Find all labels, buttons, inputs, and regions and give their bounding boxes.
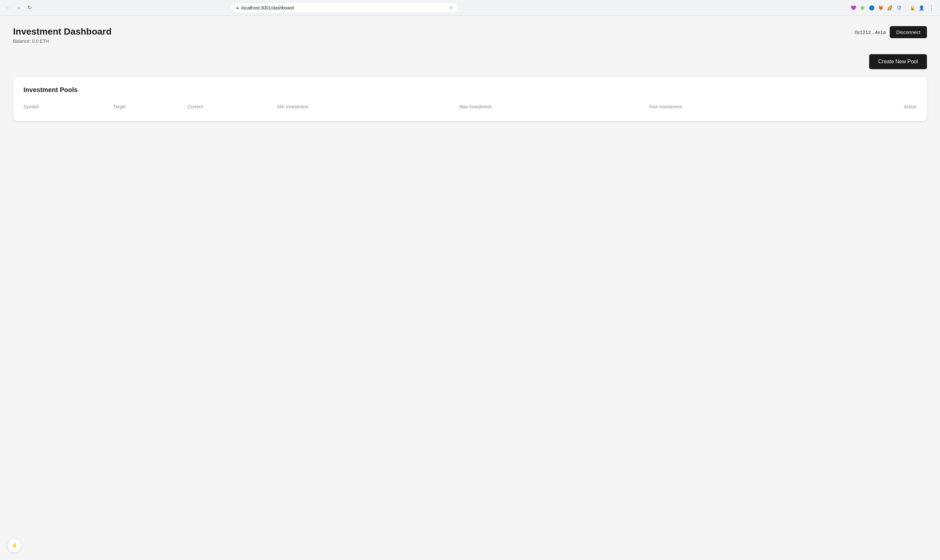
pools-table-header: Symbol Target Current Min Investment Max… xyxy=(23,102,917,112)
bookmark-icon[interactable]: ☆ xyxy=(449,5,453,11)
wallet-address: 0x1212...4e1a xyxy=(855,29,886,35)
divider xyxy=(906,5,906,11)
ext-lock-icon[interactable]: 🔒 xyxy=(909,4,917,12)
col-your-investment: Your Investment xyxy=(649,102,842,112)
ext-avatar-icon[interactable]: 👤 xyxy=(918,4,926,12)
page-title: Investment Dashboard xyxy=(13,26,112,37)
ext-rainbow-icon[interactable]: 🌈 xyxy=(886,4,894,12)
col-action: Action xyxy=(842,102,917,112)
bottom-lightning-icon[interactable]: ⚡ xyxy=(8,539,21,552)
pools-card-title: Investment Pools xyxy=(23,86,917,94)
page-header: Investment Dashboard Balance: 0.0 ETH 0x… xyxy=(13,26,927,44)
col-target: Target xyxy=(113,102,188,112)
forward-button[interactable]: → xyxy=(14,3,23,12)
col-min-investment: Min Investment xyxy=(277,102,459,112)
lightning-symbol: ⚡ xyxy=(11,542,18,549)
ext-star-icon[interactable]: ✳️ xyxy=(859,4,866,12)
lock-icon: ● xyxy=(236,5,238,11)
header-left: Investment Dashboard Balance: 0.0 ETH xyxy=(13,26,112,44)
col-current: Current xyxy=(188,102,277,112)
address-bar[interactable]: ● localhost:3001/dashboard ☆ xyxy=(231,2,459,13)
pools-table: Symbol Target Current Min Investment Max… xyxy=(23,102,917,112)
investment-pools-card: Investment Pools Symbol Target Current M… xyxy=(13,77,927,121)
ext-blue-icon[interactable]: 🔵 xyxy=(868,4,876,12)
browser-chrome: ← → ↻ ● localhost:3001/dashboard ☆ 💜 ✳️ … xyxy=(0,0,940,16)
ext-purple-icon[interactable]: 💜 xyxy=(849,4,857,12)
url-text: localhost:3001/dashboard xyxy=(242,5,446,11)
create-pool-container: Create New Pool xyxy=(13,54,927,69)
reload-button[interactable]: ↻ xyxy=(25,3,34,12)
browser-menu-button[interactable]: ⋮ xyxy=(927,3,936,12)
header-right: 0x1212...4e1a Disconnect xyxy=(855,26,927,38)
create-pool-button[interactable]: Create New Pool xyxy=(869,54,927,69)
col-max-investment: Max Investment xyxy=(459,102,649,112)
ext-shield-icon[interactable]: 🛡️ xyxy=(895,4,903,12)
back-button[interactable]: ← xyxy=(4,3,13,12)
balance-label: Balance: 0.0 ETH xyxy=(13,38,112,44)
browser-extensions: 💜 ✳️ 🔵 🦊 🌈 🛡️ 🔒 👤 ⋮ xyxy=(849,3,936,12)
disconnect-button[interactable]: Disconnect xyxy=(890,26,927,38)
page-content: Investment Dashboard Balance: 0.0 ETH 0x… xyxy=(0,16,940,560)
col-symbol: Symbol xyxy=(23,102,113,112)
ext-fox-icon[interactable]: 🦊 xyxy=(877,4,885,12)
browser-nav-buttons: ← → ↻ xyxy=(4,3,34,12)
table-header-row: Symbol Target Current Min Investment Max… xyxy=(23,102,917,112)
